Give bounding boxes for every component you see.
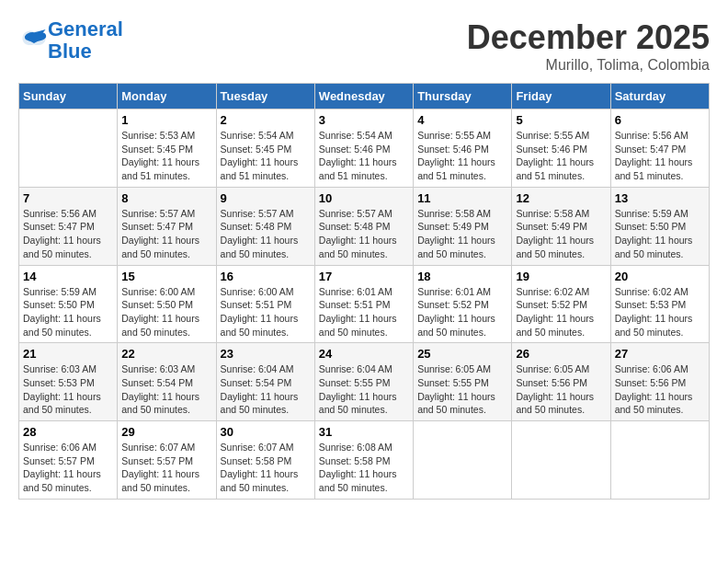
day-info: Sunrise: 6:00 AMSunset: 5:50 PMDaylight:… (121, 285, 211, 339)
day-number: 16 (221, 270, 311, 283)
day-info: Sunrise: 6:03 AMSunset: 5:54 PMDaylight:… (121, 362, 211, 417)
location: Murillo, Tolima, Colombia (467, 57, 710, 74)
calendar-cell: 19Sunrise: 6:02 AMSunset: 5:52 PMDayligh… (512, 265, 610, 343)
day-number: 29 (121, 425, 211, 439)
calendar-cell: 30Sunrise: 6:07 AMSunset: 5:58 PMDayligh… (216, 421, 314, 500)
day-info: Sunrise: 5:57 AMSunset: 5:47 PMDaylight:… (121, 207, 211, 261)
day-info: Sunrise: 5:58 AMSunset: 5:49 PMDaylight:… (417, 207, 507, 261)
day-number: 23 (221, 347, 311, 361)
weekday-header: Tuesday (216, 84, 314, 109)
day-info: Sunrise: 5:54 AMSunset: 5:46 PMDaylight:… (319, 129, 409, 183)
calendar-cell: 12Sunrise: 5:58 AMSunset: 5:49 PMDayligh… (512, 187, 610, 265)
calendar-cell: 13Sunrise: 5:59 AMSunset: 5:50 PMDayligh… (610, 187, 709, 265)
calendar-cell: 21Sunrise: 6:03 AMSunset: 5:53 PMDayligh… (19, 343, 118, 421)
weekday-header: Thursday (414, 84, 512, 109)
logo: General Blue (18, 18, 123, 63)
day-number: 17 (319, 270, 409, 283)
day-number: 31 (319, 425, 409, 439)
day-number: 27 (615, 347, 705, 361)
calendar-table: SundayMondayTuesdayWednesdayThursdayFrid… (18, 83, 710, 500)
day-number: 4 (417, 113, 507, 127)
day-info: Sunrise: 6:01 AMSunset: 5:52 PMDaylight:… (417, 285, 507, 339)
day-info: Sunrise: 6:02 AMSunset: 5:52 PMDaylight:… (516, 285, 606, 339)
day-info: Sunrise: 6:05 AMSunset: 5:55 PMDaylight:… (417, 362, 507, 417)
weekday-header: Wednesday (314, 84, 413, 109)
page-header: General Blue December 2025 Murillo, Toli… (18, 18, 710, 74)
calendar-cell: 31Sunrise: 6:08 AMSunset: 5:58 PMDayligh… (314, 421, 413, 500)
day-number: 18 (417, 270, 507, 283)
day-info: Sunrise: 6:05 AMSunset: 5:56 PMDaylight:… (516, 362, 606, 417)
day-info: Sunrise: 6:04 AMSunset: 5:54 PMDaylight:… (221, 362, 311, 417)
day-number: 13 (615, 191, 705, 205)
calendar-cell: 15Sunrise: 6:00 AMSunset: 5:50 PMDayligh… (118, 265, 216, 343)
day-info: Sunrise: 5:56 AMSunset: 5:47 PMDaylight:… (615, 129, 705, 183)
calendar-week-row: 7Sunrise: 5:56 AMSunset: 5:47 PMDaylight… (19, 187, 710, 265)
calendar-cell: 20Sunrise: 6:02 AMSunset: 5:53 PMDayligh… (610, 265, 709, 343)
calendar-cell: 14Sunrise: 5:59 AMSunset: 5:50 PMDayligh… (19, 265, 118, 343)
calendar-cell (414, 421, 512, 500)
day-number: 25 (417, 347, 507, 361)
calendar-cell: 24Sunrise: 6:04 AMSunset: 5:55 PMDayligh… (314, 343, 413, 421)
day-number: 24 (319, 347, 409, 361)
day-number: 3 (319, 113, 409, 127)
day-number: 15 (121, 270, 211, 283)
day-number: 11 (417, 191, 507, 205)
day-number: 26 (516, 347, 606, 361)
logo-icon (20, 25, 48, 52)
month-title: December 2025 (467, 18, 710, 57)
calendar-cell: 23Sunrise: 6:04 AMSunset: 5:54 PMDayligh… (216, 343, 314, 421)
calendar-cell: 22Sunrise: 6:03 AMSunset: 5:54 PMDayligh… (118, 343, 216, 421)
day-info: Sunrise: 6:06 AMSunset: 5:57 PMDaylight:… (23, 441, 113, 495)
day-info: Sunrise: 5:55 AMSunset: 5:46 PMDaylight:… (516, 129, 606, 183)
calendar-cell: 29Sunrise: 6:07 AMSunset: 5:57 PMDayligh… (118, 421, 216, 500)
weekday-header: Saturday (610, 84, 709, 109)
weekday-header-row: SundayMondayTuesdayWednesdayThursdayFrid… (19, 84, 710, 109)
day-number: 6 (615, 113, 705, 127)
calendar-cell: 9Sunrise: 5:57 AMSunset: 5:48 PMDaylight… (216, 187, 314, 265)
day-info: Sunrise: 6:07 AMSunset: 5:57 PMDaylight:… (121, 441, 211, 495)
calendar-cell: 26Sunrise: 6:05 AMSunset: 5:56 PMDayligh… (512, 343, 610, 421)
day-number: 12 (516, 191, 606, 205)
day-info: Sunrise: 6:08 AMSunset: 5:58 PMDaylight:… (319, 441, 409, 495)
day-info: Sunrise: 6:02 AMSunset: 5:53 PMDaylight:… (615, 285, 705, 339)
calendar-cell: 8Sunrise: 5:57 AMSunset: 5:47 PMDaylight… (118, 187, 216, 265)
day-number: 1 (121, 113, 211, 127)
day-number: 8 (121, 191, 211, 205)
day-info: Sunrise: 6:01 AMSunset: 5:51 PMDaylight:… (319, 285, 409, 339)
day-info: Sunrise: 5:58 AMSunset: 5:49 PMDaylight:… (516, 207, 606, 261)
day-number: 14 (23, 270, 113, 283)
day-info: Sunrise: 6:03 AMSunset: 5:53 PMDaylight:… (23, 362, 113, 417)
calendar-cell (512, 421, 610, 500)
day-number: 22 (121, 347, 211, 361)
day-number: 20 (615, 270, 705, 283)
day-number: 28 (23, 425, 113, 439)
calendar-cell: 3Sunrise: 5:54 AMSunset: 5:46 PMDaylight… (314, 109, 413, 188)
day-number: 21 (23, 347, 113, 361)
calendar-cell: 27Sunrise: 6:06 AMSunset: 5:56 PMDayligh… (610, 343, 709, 421)
day-number: 7 (23, 191, 113, 205)
calendar-week-row: 14Sunrise: 5:59 AMSunset: 5:50 PMDayligh… (19, 265, 710, 343)
day-info: Sunrise: 6:00 AMSunset: 5:51 PMDaylight:… (221, 285, 311, 339)
calendar-cell: 4Sunrise: 5:55 AMSunset: 5:46 PMDaylight… (414, 109, 512, 188)
calendar-cell: 11Sunrise: 5:58 AMSunset: 5:49 PMDayligh… (414, 187, 512, 265)
calendar-cell (610, 421, 709, 500)
day-number: 30 (221, 425, 311, 439)
calendar-cell: 10Sunrise: 5:57 AMSunset: 5:48 PMDayligh… (314, 187, 413, 265)
calendar-cell: 25Sunrise: 6:05 AMSunset: 5:55 PMDayligh… (414, 343, 512, 421)
day-info: Sunrise: 5:53 AMSunset: 5:45 PMDaylight:… (121, 129, 211, 183)
day-info: Sunrise: 5:57 AMSunset: 5:48 PMDaylight:… (319, 207, 409, 261)
calendar-week-row: 28Sunrise: 6:06 AMSunset: 5:57 PMDayligh… (19, 421, 710, 500)
calendar-cell: 28Sunrise: 6:06 AMSunset: 5:57 PMDayligh… (19, 421, 118, 500)
calendar-week-row: 21Sunrise: 6:03 AMSunset: 5:53 PMDayligh… (19, 343, 710, 421)
day-info: Sunrise: 5:55 AMSunset: 5:46 PMDaylight:… (417, 129, 507, 183)
day-number: 9 (221, 191, 311, 205)
weekday-header: Friday (512, 84, 610, 109)
day-number: 19 (516, 270, 606, 283)
title-block: December 2025 Murillo, Tolima, Colombia (467, 18, 710, 74)
day-number: 5 (516, 113, 606, 127)
day-info: Sunrise: 5:56 AMSunset: 5:47 PMDaylight:… (23, 207, 113, 261)
calendar-cell: 5Sunrise: 5:55 AMSunset: 5:46 PMDaylight… (512, 109, 610, 188)
weekday-header: Sunday (19, 84, 118, 109)
day-info: Sunrise: 5:59 AMSunset: 5:50 PMDaylight:… (23, 285, 113, 339)
calendar-cell: 7Sunrise: 5:56 AMSunset: 5:47 PMDaylight… (19, 187, 118, 265)
